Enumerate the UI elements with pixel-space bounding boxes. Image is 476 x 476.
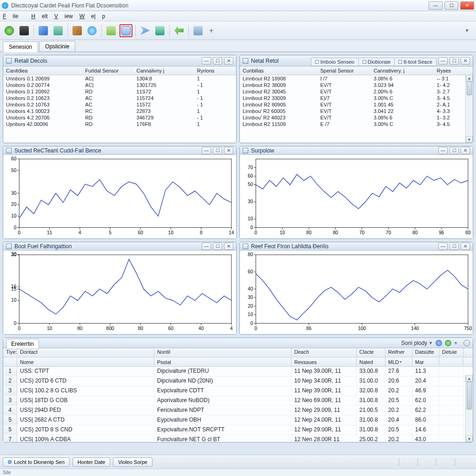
table-row[interactable]: Linnbou' R2 60005EV/T3.041 224- 3.3 bbox=[240, 108, 473, 114]
panel-close-button[interactable]: ✕ bbox=[224, 147, 233, 154]
status-button-2[interactable]: Honter Date bbox=[73, 457, 110, 467]
window-minimize-button[interactable]: — bbox=[429, 1, 443, 10]
panel-maximize-button[interactable]: ☐ bbox=[450, 147, 459, 154]
panel-minimize-button[interactable]: — bbox=[438, 57, 448, 65]
tab-options[interactable]: Opslicinie bbox=[39, 41, 75, 52]
table-row[interactable]: Unobors 4.2 20706RD346729- 1 bbox=[3, 114, 236, 121]
table-row[interactable]: 3USS| 18TD G COBAporivalture NuBOD)12 Ne… bbox=[3, 396, 473, 406]
svg-text:86: 86 bbox=[306, 326, 312, 331]
toolbar-pen-button[interactable] bbox=[37, 24, 50, 37]
menu-welp[interactable]: Welp bbox=[79, 13, 105, 20]
table-row[interactable]: Linnbout R2 30045EV/T2.00% 63- 2.7 bbox=[240, 88, 473, 95]
panel-maximize-button[interactable]: ☐ bbox=[213, 57, 222, 65]
toolbar-graph-button[interactable] bbox=[192, 24, 205, 37]
column-header[interactable] bbox=[439, 357, 463, 366]
toolbar-go-button[interactable] bbox=[3, 24, 16, 37]
column-header[interactable]: Nome bbox=[17, 357, 154, 366]
tab-session[interactable]: Senesion bbox=[3, 41, 38, 52]
collapse-icon[interactable] bbox=[463, 340, 470, 346]
bottom-tab[interactable]: Erelerrtin bbox=[6, 339, 39, 349]
scrollbar-vertical[interactable]: ▲ ▼ bbox=[465, 375, 473, 442]
table-row[interactable]: Linnbou' R2 48023EV/T3.08% 61- 3.2 bbox=[240, 114, 473, 121]
status-button-1[interactable]: Locht to Dionentp Sen bbox=[3, 457, 70, 467]
panel-maximize-button[interactable]: ☐ bbox=[213, 243, 222, 250]
table-row[interactable]: 1USS: CTPTDipcivalture (TEDRU11 Nep 39.0… bbox=[3, 367, 473, 377]
toolbar-flask-button[interactable] bbox=[153, 24, 166, 37]
table-row[interactable]: Unnbors 0.1 20699AC|1304:81 bbox=[3, 75, 236, 82]
menu-view[interactable]: View bbox=[54, 13, 73, 20]
panel-minimize-button[interactable]: — bbox=[438, 147, 448, 154]
table-row[interactable]: Unobors 4.1 00023RC228731 bbox=[3, 108, 236, 114]
panel-close-button[interactable]: ✕ bbox=[224, 57, 233, 65]
toolbar-trash-button[interactable] bbox=[52, 24, 65, 37]
column-header[interactable]: Psstal bbox=[154, 357, 291, 366]
menu-helt[interactable]: Helt bbox=[31, 13, 47, 20]
table-row[interactable]: 2UCS) 20TD 6 CTDDipcivalture ND (20NI)10… bbox=[3, 377, 473, 386]
refresh-icon[interactable] bbox=[436, 340, 442, 346]
panel-subtab[interactable]: Imboio Senseo bbox=[311, 58, 358, 66]
table-row[interactable]: 3UCS| 100.2 8 G CLIBSEvpcivalture CDTT11… bbox=[3, 386, 473, 396]
toolbar-chart-button[interactable] bbox=[105, 24, 118, 37]
toolbar-separator bbox=[101, 25, 102, 37]
table-row[interactable]: Linnbout R2 18908I /73.08% 6-- 3:1 bbox=[240, 75, 473, 82]
table-row[interactable]: 5USS| 2682 A CTDEypcivalture OBH12 Nep 2… bbox=[3, 416, 473, 425]
column-header[interactable] bbox=[3, 357, 17, 366]
panel-close-button[interactable]: ✕ bbox=[461, 243, 470, 250]
panel-close-button[interactable]: ✕ bbox=[461, 57, 470, 65]
panel-minimize-button[interactable]: — bbox=[202, 57, 211, 65]
back-arrow-icon bbox=[174, 26, 184, 35]
column-header[interactable]: Rexssues bbox=[291, 357, 357, 366]
window-maximize-button[interactable]: ☐ bbox=[444, 1, 458, 10]
scrollbar-vertical[interactable]: ▲ ▼ bbox=[465, 75, 473, 143]
column-header[interactable]: Nated bbox=[357, 357, 385, 366]
panel-minimize-button[interactable]: — bbox=[438, 243, 448, 250]
table-row[interactable]: 7UCS| 100% A CDBAFuncivalture NET G cl B… bbox=[3, 435, 473, 442]
svg-text:80: 80 bbox=[138, 326, 144, 331]
toolbar-camera-button[interactable] bbox=[18, 24, 31, 37]
panel-minimize-button[interactable]: — bbox=[202, 147, 211, 154]
scroll-thumb[interactable] bbox=[467, 81, 472, 95]
table-row[interactable]: Upnbors 42.00096RD176F81 bbox=[3, 121, 236, 127]
toolbar-send-button[interactable] bbox=[139, 24, 152, 37]
toolbar-pencil-button[interactable] bbox=[71, 24, 84, 37]
scroll-up-arrow-icon[interactable]: ▲ bbox=[466, 375, 473, 382]
table-row[interactable]: Unobors 0.2 00774AC|1301725- 1 bbox=[3, 82, 236, 88]
scroll-down-arrow-icon[interactable]: ▼ bbox=[466, 136, 473, 143]
panel-maximize-button[interactable]: ☐ bbox=[213, 147, 222, 154]
svg-text:10: 10 bbox=[248, 312, 253, 317]
table-row[interactable]: Linnbout R2 80905EV/T1.001 452- A.1 bbox=[240, 101, 473, 108]
panel-subtab[interactable]: Diobioraie bbox=[358, 58, 395, 66]
table-row[interactable]: Unnbors 0.1 20892RD11S721 bbox=[3, 88, 236, 95]
table-row[interactable]: Unobors 0.2 10623AC115724- 1 bbox=[3, 95, 236, 101]
column-header[interactable]: Mar bbox=[412, 357, 439, 366]
sort-dropdown[interactable]: Soni plody▼ bbox=[401, 340, 433, 346]
menu-file[interactable]: File bbox=[3, 13, 25, 20]
add-icon[interactable] bbox=[454, 340, 461, 346]
toolbar-window-button[interactable] bbox=[119, 24, 132, 37]
status-button-3[interactable]: Violeo Sorpe bbox=[113, 457, 152, 467]
user-icon[interactable] bbox=[445, 340, 451, 346]
table-row[interactable]: Linnbout R2 11509E /73.00% C3- 4.5 bbox=[240, 121, 473, 127]
toolbar-add-button[interactable]: + bbox=[206, 26, 216, 35]
panel-maximize-button[interactable]: ☐ bbox=[450, 57, 459, 65]
panel-minimize-button[interactable]: — bbox=[202, 243, 211, 250]
table-row[interactable]: Linnbout R2 38009EV/T3.023 941- 4.2 bbox=[240, 82, 473, 88]
table-row[interactable]: Linnbout R2 33009E)/73.00% C3- 4.5 bbox=[240, 95, 473, 101]
toolbar-overflow-dropdown[interactable]: ▾ bbox=[466, 27, 473, 33]
scroll-down-arrow-icon[interactable]: ▼ bbox=[466, 436, 473, 442]
toolbar-back-button[interactable] bbox=[172, 24, 185, 37]
panel-icon bbox=[6, 58, 12, 64]
table-row[interactable]: 4USS| 294D PEDFericivalture NDPT12 Nep 2… bbox=[3, 406, 473, 416]
toolbar-search-button[interactable] bbox=[86, 24, 99, 37]
panel-subtab[interactable]: 8-tool Seace bbox=[394, 58, 436, 66]
panel-close-button[interactable]: ✕ bbox=[224, 243, 233, 250]
table-row[interactable]: 5UCS) 20TD 8 S CNDExpcivalture.NOT SRCPT… bbox=[3, 425, 473, 435]
table-row[interactable]: Unnbors 0.2 10763AC11572- 1 bbox=[3, 101, 236, 108]
panel-close-button[interactable]: ✕ bbox=[461, 147, 470, 154]
scroll-thumb[interactable] bbox=[467, 382, 472, 410]
scroll-up-arrow-icon[interactable]: ▲ bbox=[466, 75, 473, 81]
toolbar-separator bbox=[67, 25, 68, 37]
window-close-button[interactable]: ✕ bbox=[460, 1, 474, 10]
column-header[interactable]: MLD▾ bbox=[385, 357, 412, 366]
panel-maximize-button[interactable]: ☐ bbox=[450, 243, 459, 250]
